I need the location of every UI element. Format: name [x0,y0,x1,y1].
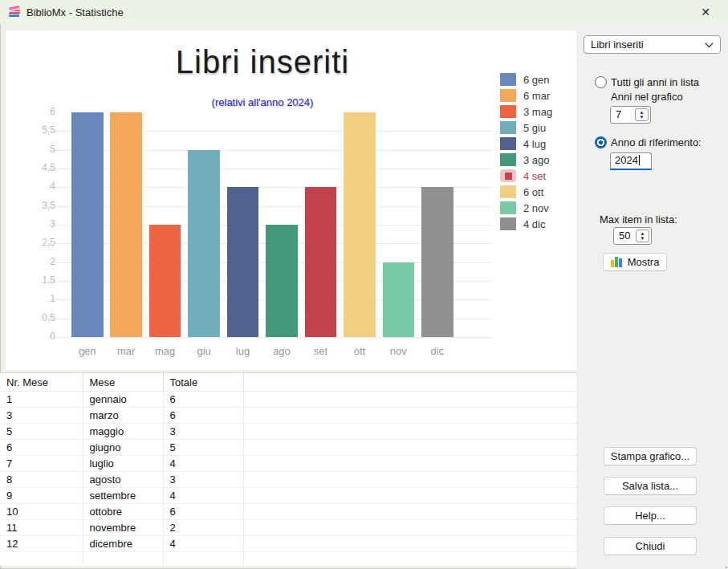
table-row[interactable]: 5maggio3 [0,424,576,440]
table-cell: luglio [83,456,163,472]
x-axis-label: nov [383,345,415,357]
table-cell [243,424,576,440]
legend-item[interactable]: 6 ott [500,184,574,200]
table-cell: ottobre [83,504,163,520]
show-button-label: Mostra [628,256,660,268]
legend-label: 4 dic [523,218,545,230]
bar-mag[interactable] [149,225,181,337]
legend-label: 5 giu [523,122,546,134]
bar-dic[interactable] [421,187,453,337]
table-cell: 5 [0,424,83,440]
chart-type-value: Libri inseriti [591,39,644,51]
bar-mar[interactable] [110,112,142,337]
resize-grip[interactable] [722,563,724,565]
close-icon[interactable]: ✕ [689,0,722,24]
col-header-mese[interactable]: Mese [83,373,163,392]
x-axis-label: gen [71,345,104,357]
bar-giu[interactable] [188,150,220,337]
table-cell: agosto [83,472,163,488]
x-axis-label: dic [421,345,453,357]
max-items-value: 50 [619,228,630,244]
y-axis-tick: 2 [6,256,55,267]
table-cell: 3 [163,424,243,440]
table-row[interactable]: 1gennaio6 [0,392,576,408]
radio-all-years[interactable] [595,76,607,88]
bar-lug[interactable] [227,187,259,337]
table-cell: 2 [163,520,243,536]
x-axis-label: mag [149,345,181,357]
table-row[interactable]: 8agosto3 [0,472,576,488]
chevron-down-icon [705,43,714,48]
max-items-label: Max item in lista: [600,213,677,226]
print-chart-button[interactable]: Stampa grafico... [604,447,697,465]
legend-label: 6 ott [523,186,543,198]
legend-label: 3 mag [523,106,552,118]
x-axis-label: ott [344,345,376,357]
legend-item[interactable]: 6 gen [500,71,574,87]
y-axis-tick: 6 [6,106,55,117]
radio-all-years-label[interactable]: Tutti gli anni in lista [611,76,699,88]
radio-ref-year-label[interactable]: Anno di riferimento: [611,136,702,148]
table-panel: Nr. Mese Mese Totale 1gennaio63marzo65ma… [0,372,576,566]
table-header-row: Nr. Mese Mese Totale [0,373,576,392]
ref-year-input[interactable]: 2024 [610,152,652,170]
bar-ago[interactable] [266,225,298,337]
table-cell: 6 [163,504,243,520]
legend-swatch-icon [500,73,516,86]
legend-item[interactable]: 4 lug [500,136,574,152]
stats-table[interactable]: Nr. Mese Mese Totale 1gennaio63marzo65ma… [0,373,576,566]
legend-swatch-icon [500,185,516,198]
legend-item[interactable]: 4 set [500,168,574,184]
table-row[interactable]: 10ottobre6 [0,504,576,520]
bar-nov[interactable] [383,262,415,337]
table-cell [243,488,576,504]
table-cell: 3 [163,472,243,488]
y-axis-tick: 4 [6,181,55,192]
col-header-nr-mese[interactable]: Nr. Mese [0,373,83,392]
table-cell [243,536,576,552]
table-cell: gennaio [83,392,163,408]
table-row[interactable]: 7luglio4 [0,456,576,472]
table-row[interactable]: 11novembre2 [0,520,576,536]
y-axis-tick: 4,5 [6,162,55,173]
legend-swatch-icon [500,89,516,102]
max-items-stepper[interactable]: 50 ▲▼ [613,227,652,245]
table-row[interactable]: 12dicembre4 [0,536,576,552]
y-axis-tick: 1 [6,293,55,304]
help-button[interactable]: Help... [604,506,697,525]
bar-ott[interactable] [344,112,376,337]
table-cell [243,440,576,456]
table-row[interactable]: 6giugno5 [0,440,576,456]
show-button[interactable]: Mostra [603,253,667,271]
table-cell: 6 [163,408,243,424]
legend-item[interactable]: 6 mar [500,87,574,104]
years-in-chart-value: 7 [616,107,621,123]
text-caret [639,155,640,165]
legend-label: 4 set [523,170,546,182]
table-cell: 3 [0,408,83,424]
legend-item[interactable]: 3 ago [500,152,574,168]
table-row[interactable]: 3marzo6 [0,408,576,424]
col-header-totale[interactable]: Totale [163,373,243,392]
legend-item[interactable]: 2 nov [500,200,574,216]
legend-item[interactable]: 4 dic [500,216,574,232]
y-axis-tick: 2,5 [6,237,55,248]
table-cell: 5 [163,440,243,456]
stepper-arrows-icon[interactable]: ▲▼ [636,230,649,242]
table-row[interactable] [0,552,576,567]
legend-item[interactable]: 5 giu [500,120,574,136]
y-axis-tick: 5,5 [6,124,55,136]
close-dialog-button[interactable]: Chiudi [604,537,697,555]
years-in-chart-stepper[interactable]: 7 ▲▼ [610,106,651,124]
table-cell: 10 [0,504,83,520]
bar-set[interactable] [305,187,337,337]
table-cell: settembre [83,488,163,504]
chart-type-select[interactable]: Libri inseriti [584,35,721,54]
stepper-arrows-icon[interactable]: ▲▼ [635,108,649,121]
save-list-button[interactable]: Salva lista... [604,477,697,495]
bar-gen[interactable] [71,112,104,337]
legend-item[interactable]: 3 mag [500,104,574,120]
table-row[interactable]: 9settembre4 [0,488,576,504]
radio-ref-year[interactable] [595,136,607,148]
chart-panel: Libri inseriti (relativi all'anno 2024) … [6,30,576,370]
